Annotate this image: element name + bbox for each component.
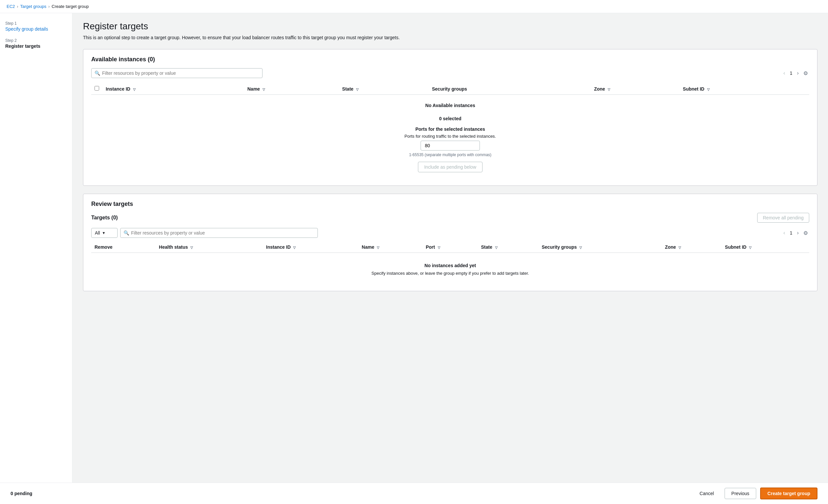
breadcrumb: EC2 › Target groups › Create target grou… xyxy=(0,0,828,13)
ports-label: Ports for the selected instances xyxy=(415,126,485,132)
port-hint: 1-65535 (separate multiple ports with co… xyxy=(409,153,491,157)
sort-name-icon: ▽ xyxy=(262,88,265,91)
col-t-instance-id: Instance ID ▽ xyxy=(263,242,358,253)
sort-t-state-icon: ▽ xyxy=(495,246,498,249)
available-instances-title: Available instances (0) xyxy=(91,56,809,63)
available-filter-input[interactable] xyxy=(91,68,262,78)
port-input[interactable] xyxy=(421,141,480,151)
sort-t-subnet-icon: ▽ xyxy=(749,246,752,249)
footer: 0 pending Cancel Previous Create target … xyxy=(0,482,828,504)
no-available-instances-row: No Available instances xyxy=(91,94,809,111)
sort-t-instance-icon: ▽ xyxy=(293,246,296,249)
sort-t-zone-icon: ▽ xyxy=(678,246,681,249)
ports-desc: Ports for routing traffic to the selecte… xyxy=(405,134,496,139)
page-number: 1 xyxy=(788,71,794,76)
sort-port-icon: ▽ xyxy=(438,246,440,249)
sort-t-sg-icon: ▽ xyxy=(579,246,582,249)
targets-prev-page-btn[interactable]: ‹ xyxy=(782,228,787,237)
col-t-state: State ▽ xyxy=(478,242,538,253)
all-label: All xyxy=(95,230,100,236)
col-state: State ▽ xyxy=(339,83,429,94)
cancel-button[interactable]: Cancel xyxy=(693,488,720,499)
sidebar-step1: Step 1 Specify group details xyxy=(5,21,67,32)
available-instances-table: Instance ID ▽ Name ▽ State ▽ Security gr… xyxy=(91,83,809,111)
no-instances-row: No instances added yet Specify instances… xyxy=(91,253,809,284)
targets-pagination: ‹ 1 › ⚙ xyxy=(782,228,809,238)
step2-name: Register targets xyxy=(5,43,67,49)
col-security-groups: Security groups xyxy=(429,83,591,94)
search-icon: 🔍 xyxy=(94,71,100,76)
breadcrumb-sep-2: › xyxy=(48,4,50,9)
sort-instance-id-icon: ▽ xyxy=(133,88,136,91)
no-available-instances-msg: No Available instances xyxy=(91,94,809,111)
available-instances-card: Available instances (0) 🔍 ‹ 1 › ⚙ xyxy=(83,49,818,186)
create-target-group-button[interactable]: Create target group xyxy=(760,488,818,499)
select-all-checkbox[interactable] xyxy=(94,86,99,91)
include-pending-btn[interactable]: Include as pending below xyxy=(418,162,483,172)
content-area: Register targets This is an optional ste… xyxy=(73,13,828,504)
sidebar: Step 1 Specify group details Step 2 Regi… xyxy=(0,13,73,504)
col-t-name: Name ▽ xyxy=(358,242,422,253)
dropdown-arrow-icon: ▼ xyxy=(102,231,106,235)
col-remove: Remove xyxy=(91,242,156,253)
review-targets-card: Review targets Targets (0) Remove all pe… xyxy=(83,194,818,291)
col-t-security-groups: Security groups ▽ xyxy=(538,242,662,253)
all-dropdown[interactable]: All ▼ xyxy=(91,228,118,238)
available-filter-wrapper: 🔍 xyxy=(91,68,262,78)
targets-settings-icon-btn[interactable]: ⚙ xyxy=(802,228,809,238)
targets-filter-bar: All ▼ 🔍 ‹ 1 › ⚙ xyxy=(91,228,809,238)
page-description: This is an optional step to create a tar… xyxy=(83,34,818,41)
checkbox-header xyxy=(91,83,102,94)
review-header: Targets (0) Remove all pending xyxy=(91,213,809,223)
available-pagination: ‹ 1 › ⚙ xyxy=(782,69,809,78)
previous-button[interactable]: Previous xyxy=(724,488,756,499)
pending-count: 0 pending xyxy=(10,491,32,496)
targets-search-icon: 🔍 xyxy=(124,230,129,236)
no-instances-msg: No instances added yet Specify instances… xyxy=(91,253,809,284)
sort-t-name-icon: ▽ xyxy=(377,246,379,249)
col-t-zone: Zone ▽ xyxy=(662,242,721,253)
selected-section: 0 selected Ports for the selected instan… xyxy=(91,111,809,179)
remove-all-btn[interactable]: Remove all pending xyxy=(757,213,809,223)
review-targets-table: Remove Health status ▽ Instance ID ▽ Nam… xyxy=(91,242,809,284)
sort-zone-icon: ▽ xyxy=(608,88,610,91)
col-health-status: Health status ▽ xyxy=(156,242,263,253)
step1-label: Step 1 xyxy=(5,21,67,26)
next-page-btn[interactable]: › xyxy=(795,69,801,77)
col-t-subnet-id: Subnet ID ▽ xyxy=(721,242,809,253)
breadcrumb-sep-1: › xyxy=(17,4,18,9)
prev-page-btn[interactable]: ‹ xyxy=(782,69,787,77)
breadcrumb-target-groups[interactable]: Target groups xyxy=(20,4,46,9)
col-zone: Zone ▽ xyxy=(591,83,680,94)
selected-count: 0 selected xyxy=(91,116,809,121)
col-port: Port ▽ xyxy=(422,242,478,253)
breadcrumb-ec2[interactable]: EC2 xyxy=(7,4,15,9)
targets-filter-input[interactable] xyxy=(120,228,318,238)
step1-name[interactable]: Specify group details xyxy=(5,26,67,32)
review-targets-title: Review targets xyxy=(91,201,809,208)
sort-health-icon: ▽ xyxy=(191,246,193,249)
ports-section: Ports for the selected instances Ports f… xyxy=(91,126,809,172)
sort-subnet-icon: ▽ xyxy=(707,88,710,91)
col-subnet-id: Subnet ID ▽ xyxy=(679,83,809,94)
page-title: Register targets xyxy=(83,21,818,32)
table-header-row: Instance ID ▽ Name ▽ State ▽ Security gr… xyxy=(91,83,809,94)
col-instance-id: Instance ID ▽ xyxy=(102,83,244,94)
targets-title: Targets (0) xyxy=(91,215,118,221)
sort-state-icon: ▽ xyxy=(356,88,359,91)
step2-label: Step 2 xyxy=(5,38,67,43)
targets-page-number: 1 xyxy=(788,230,794,236)
settings-icon-btn[interactable]: ⚙ xyxy=(802,69,809,78)
targets-next-page-btn[interactable]: › xyxy=(795,228,801,237)
main-layout: Step 1 Specify group details Step 2 Regi… xyxy=(0,13,828,504)
sidebar-step2: Step 2 Register targets xyxy=(5,38,67,49)
breadcrumb-current: Create target group xyxy=(52,4,89,9)
targets-filter-wrapper: 🔍 xyxy=(120,228,318,238)
targets-table-header-row: Remove Health status ▽ Instance ID ▽ Nam… xyxy=(91,242,809,253)
available-filter-bar: 🔍 ‹ 1 › ⚙ xyxy=(91,68,809,78)
col-name: Name ▽ xyxy=(244,83,339,94)
